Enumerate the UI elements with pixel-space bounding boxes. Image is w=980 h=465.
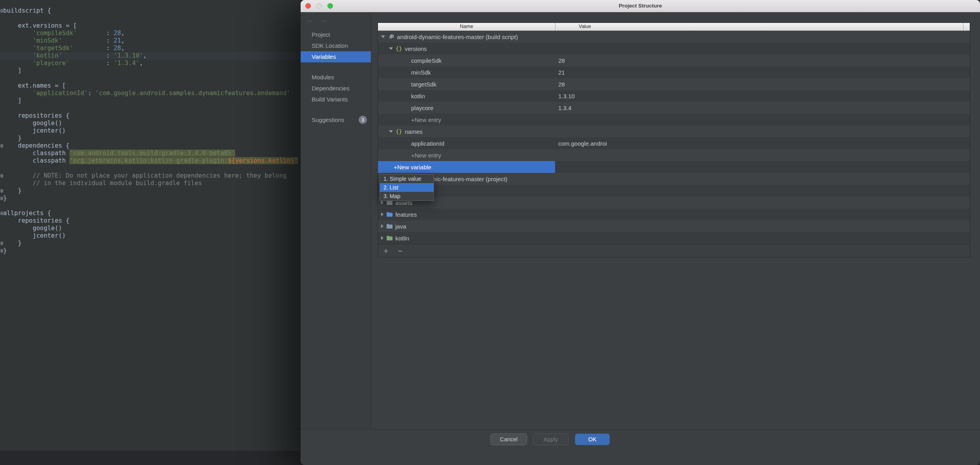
code-line: jcenter() <box>0 232 301 240</box>
table-row[interactable]: kotlin1.3.10 <box>378 90 970 102</box>
fold-marker-icon[interactable] <box>0 249 3 253</box>
fold-marker-icon[interactable] <box>0 174 3 178</box>
fold-marker-icon[interactable] <box>0 197 3 200</box>
table-row[interactable]: playcore1.3.4 <box>378 102 970 114</box>
row-label: playcore <box>411 105 434 111</box>
code-line: } <box>0 135 301 142</box>
column-header-name: Name <box>378 23 555 30</box>
code-line: } <box>0 187 301 195</box>
row-name-cell: minSdk <box>378 66 555 78</box>
folder-features-icon <box>386 212 393 217</box>
code-line: repositories { <box>0 112 301 120</box>
table-row[interactable]: features <box>378 208 970 220</box>
table-row[interactable]: android-dynamic-features-master (project… <box>378 173 970 185</box>
fold-marker-icon[interactable] <box>0 242 3 245</box>
code-line: 'compileSdk' : 28, <box>0 30 301 37</box>
disclosure-collapsed-icon[interactable] <box>381 201 383 204</box>
popup-item[interactable]: 3. Map <box>380 192 434 201</box>
popup-item[interactable]: 1. Simple value <box>380 174 434 183</box>
table-row[interactable]: java <box>378 220 970 232</box>
row-value-cell: 1.3.4 <box>555 105 614 111</box>
sidebar-item-dependencies[interactable]: Dependencies <box>301 83 371 94</box>
disclosure-collapsed-icon[interactable] <box>381 224 383 228</box>
variables-table-rows: android-dynamic-features-master (build s… <box>378 31 970 244</box>
disclosure-expanded-icon[interactable] <box>389 130 393 133</box>
row-value-cell: 28 <box>555 81 614 88</box>
table-row[interactable]: android-dynamic-features-master (build s… <box>378 31 970 43</box>
close-button[interactable] <box>305 3 311 9</box>
disclosure-collapsed-icon[interactable] <box>381 212 383 216</box>
table-row[interactable]: applicationIdcom.google.androi <box>378 137 970 149</box>
fold-marker-icon[interactable] <box>0 9 3 13</box>
row-name-cell: {}versions <box>378 43 555 54</box>
table-row[interactable]: compileSdk28 <box>378 54 970 66</box>
fold-marker-icon[interactable] <box>0 144 3 148</box>
code-line: } <box>0 240 301 247</box>
code-line: 'kotlin' : '1.3.10', <box>0 52 301 60</box>
sidebar-item-label: SDK Location <box>312 42 348 49</box>
remove-button[interactable]: − <box>398 247 402 255</box>
cancel-button[interactable]: Cancel <box>490 433 527 445</box>
fold-marker-icon[interactable] <box>0 212 3 215</box>
code-line <box>0 75 301 82</box>
sidebar-item-build-variants[interactable]: Build Variants <box>301 94 371 105</box>
new-variable-type-popup: 1. Simple value2. List3. Map <box>380 174 434 201</box>
code-line: // in the individual module build.gradle… <box>0 180 301 187</box>
code-line <box>0 15 301 22</box>
table-header: Name Value <box>378 23 970 31</box>
row-name-cell: applicationId <box>378 137 555 149</box>
table-row[interactable]: {}versions <box>378 43 970 54</box>
disclosure-collapsed-icon[interactable] <box>381 236 383 240</box>
table-row[interactable]: minSdk21 <box>378 66 970 78</box>
add-button[interactable]: + <box>383 247 388 255</box>
sidebar-item-label: Modules <box>312 74 334 81</box>
minimize-button[interactable] <box>316 3 322 9</box>
code-line: classpath 'com.android.tools.build:gradl… <box>0 150 301 157</box>
table-row[interactable]: {}names <box>378 126 970 137</box>
row-label: +New variable <box>394 164 431 171</box>
back-arrow-icon[interactable]: ← <box>306 16 314 24</box>
sidebar-item-modules[interactable]: Modules <box>301 72 371 83</box>
code-line <box>0 165 301 172</box>
table-row[interactable]: targetSdk28 <box>378 78 970 90</box>
gradle-build-script-editor[interactable]: buildscript { ext.versions = [ 'compileS… <box>0 0 301 465</box>
variables-panel: Name Value android-dynamic-features-mast… <box>371 12 980 429</box>
row-label: applicationId <box>411 140 444 147</box>
disclosure-expanded-icon[interactable] <box>381 36 385 38</box>
popup-item[interactable]: 2. List <box>380 183 434 192</box>
code-line: // NOTE: Do not place your application d… <box>0 172 301 180</box>
row-name-cell: kotlin <box>378 90 555 102</box>
forward-arrow-icon[interactable]: → <box>320 16 327 24</box>
code-line: dependencies { <box>0 142 301 150</box>
code-line: repositories { <box>0 217 301 225</box>
sidebar-item-sdk-location[interactable]: SDK Location <box>301 40 371 51</box>
sidebar-item-variables[interactable]: Variables <box>301 51 371 62</box>
dialog-titlebar: Project Structure <box>301 0 980 12</box>
ok-button[interactable]: OK <box>575 433 610 445</box>
code-line: } <box>0 195 301 202</box>
row-name-cell: features <box>378 208 555 220</box>
code-line: classpath "org.jetbrains.kotlin:kotlin-g… <box>0 157 301 165</box>
row-name-cell: playcore <box>378 102 555 114</box>
table-row[interactable]: kotlin <box>378 232 970 244</box>
row-label: features <box>395 211 417 218</box>
fold-marker-icon[interactable] <box>0 189 3 193</box>
disclosure-expanded-icon[interactable] <box>389 47 393 50</box>
table-row[interactable]: +New variable <box>378 161 970 173</box>
sidebar-item-project[interactable]: Project <box>301 29 371 40</box>
row-label: kotlin <box>395 235 409 242</box>
row-value-cell: com.google.androi <box>555 140 614 147</box>
table-row[interactable]: assets <box>378 197 970 208</box>
row-label: android-dynamic-features-master (build s… <box>397 34 518 40</box>
dialog-title: Project Structure <box>301 0 980 12</box>
apply-button[interactable]: Apply <box>533 433 569 445</box>
sidebar-item-label: Variables <box>312 53 336 60</box>
zoom-button[interactable] <box>327 3 333 9</box>
braces-icon: {} <box>395 45 402 52</box>
code-line: ] <box>0 67 301 75</box>
table-row[interactable]: +New entry <box>378 114 970 126</box>
sidebar-item-suggestions[interactable]: Suggestions3 <box>301 114 371 126</box>
row-label: targetSdk <box>411 81 436 88</box>
table-row[interactable]: +New entry <box>378 149 970 161</box>
row-name-cell: java <box>378 220 555 232</box>
